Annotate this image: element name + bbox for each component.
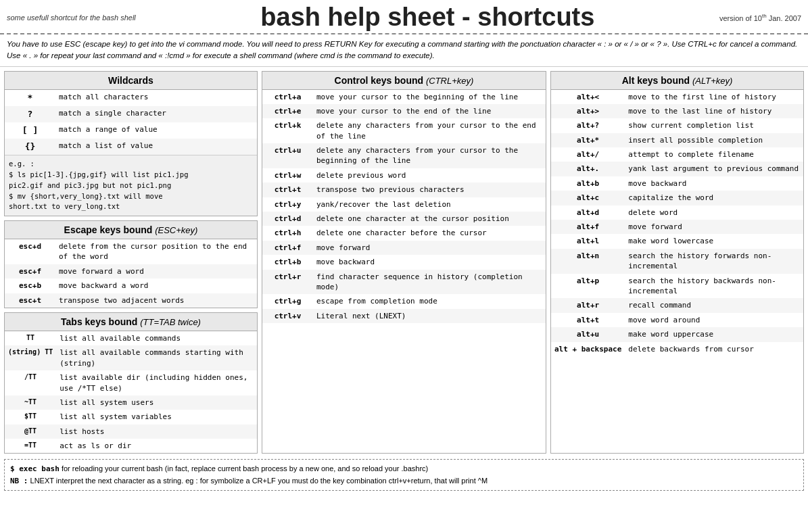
escape-keys-table: esc+ddelete from the cursor position to …: [5, 239, 257, 308]
escape-key: esc+d: [5, 239, 55, 264]
alt-keys-section: Alt keys bound (ALT+key) alt+<move to th…: [550, 71, 804, 454]
ctrl-desc: delete one character before the cursor: [313, 226, 546, 240]
alt-desc: move forward: [625, 220, 803, 234]
ctrl-key: ctrl+h: [262, 226, 313, 240]
alt-row: alt+tmove word around: [551, 313, 803, 327]
ctrl-desc: yank/recover the last deletion: [313, 197, 546, 212]
ctrl-row: ctrl+vLiteral next (LNEXT): [262, 309, 546, 323]
tabs-key: (string) TT: [5, 345, 56, 370]
alt-desc: delete backwards from cursor: [625, 342, 803, 356]
alt-desc: move to the last line of history: [625, 104, 803, 118]
tabs-desc: list all available commands starting wit…: [56, 345, 257, 370]
ctrl-keys-header: Control keys bound (CTRL+key): [262, 72, 546, 90]
alt-row: alt+bmove backward: [551, 176, 803, 191]
header-title: bash help sheet - shortcuts: [136, 3, 719, 32]
ctrl-desc: delete any characters from your cursor t…: [313, 118, 546, 143]
ctrl-desc: move your cursor to the beginning of the…: [313, 90, 546, 104]
alt-desc: delete word: [625, 205, 803, 220]
alt-desc: search the history forwards non-incremen…: [625, 249, 803, 274]
ctrl-desc: move forward: [313, 241, 546, 255]
escape-row: esc+ttranspose two adjacent words: [5, 293, 257, 308]
tabs-key: $TT: [5, 410, 56, 424]
ctrl-keys-table: ctrl+amove your cursor to the beginning …: [262, 90, 546, 324]
wildcards-header: Wildcards: [5, 72, 257, 90]
footer-line1: $ exec bash for reloading your current b…: [10, 463, 798, 475]
escape-keys-header: Escape keys bound (ESC+key): [5, 221, 257, 239]
alt-row: alt+nsearch the history forwards non-inc…: [551, 249, 803, 274]
ctrl-row: ctrl+amove your cursor to the beginning …: [262, 90, 546, 104]
alt-row: alt+>move to the last line of history: [551, 104, 803, 118]
ctrl-row: ctrl+hdelete one character before the cu…: [262, 226, 546, 240]
wildcard-desc: match a range of value: [55, 122, 257, 139]
tabs-row: $TTlist all system variables: [5, 410, 257, 424]
alt-key: alt+d: [551, 205, 625, 220]
alt-key: alt+c: [551, 191, 625, 205]
ctrl-row: ctrl+udelete any characters from your cu…: [262, 143, 546, 168]
wildcard-desc: match all characters: [55, 90, 257, 106]
wildcard-key: {}: [5, 139, 55, 155]
footer-line2: NB : LNEXT interpret the next character …: [10, 475, 798, 487]
wildcards-row: *match all characters: [5, 90, 257, 106]
tabs-keys-section: Tabs keys bound (TT=TAB twice) TTlist al…: [4, 312, 258, 454]
wildcard-desc: match a single character: [55, 106, 257, 122]
ctrl-row: ctrl+fmove forward: [262, 241, 546, 255]
ctrl-key: ctrl+e: [262, 104, 313, 118]
intro-text: You have to use ESC (escape key) to get …: [0, 34, 808, 67]
ctrl-key: ctrl+k: [262, 118, 313, 143]
alt-desc: move backward: [625, 176, 803, 191]
ctrl-row: ctrl+ddelete one character at the cursor…: [262, 212, 546, 226]
ctrl-key: ctrl+d: [262, 212, 313, 226]
ctrl-row: ctrl+rfind character sequence in history…: [262, 270, 546, 295]
ctrl-key: ctrl+y: [262, 197, 313, 212]
tabs-row: ~TTlist all system users: [5, 395, 257, 410]
footer-line2-rest: LNEXT interpret the next character as a …: [28, 477, 488, 485]
alt-row: alt+fmove forward: [551, 220, 803, 234]
alt-row: alt+umake word uppercase: [551, 327, 803, 341]
ctrl-keys-section: Control keys bound (CTRL+key) ctrl+amove…: [262, 71, 546, 454]
header: some usefull shortcut for the bash shell…: [0, 0, 808, 67]
alt-row: alt+/attempt to complete filename: [551, 147, 803, 162]
wildcards-row: ?match a single character: [5, 106, 257, 122]
alt-key: alt+*: [551, 133, 625, 147]
ctrl-key: ctrl+f: [262, 241, 313, 255]
tabs-desc: list all system variables: [56, 410, 257, 424]
ctrl-row: ctrl+gescape from completion mode: [262, 294, 546, 308]
ctrl-key: ctrl+u: [262, 143, 313, 168]
alt-key: alt+b: [551, 176, 625, 191]
alt-row: alt+?show current completion list: [551, 118, 803, 132]
alt-row: alt+ccapitalize the word: [551, 191, 803, 205]
wildcards-row: {}match a list of value: [5, 139, 257, 155]
ctrl-desc: delete previous word: [313, 168, 546, 183]
ctrl-desc: move backward: [313, 255, 546, 269]
escape-row: esc+fmove forward a word: [5, 264, 257, 279]
ctrl-desc: move your cursor to the end of the line: [313, 104, 546, 118]
alt-key: alt+l: [551, 234, 625, 248]
alt-key: alt + backspace: [551, 342, 625, 356]
ctrl-desc: Literal next (LNEXT): [313, 309, 546, 323]
alt-desc: make word lowercase: [625, 234, 803, 248]
alt-key: alt+u: [551, 327, 625, 341]
tabs-row: TTlist all available commands: [5, 331, 257, 345]
alt-desc: insert all possible completion: [625, 133, 803, 147]
ctrl-row: ctrl+wdelete previous word: [262, 168, 546, 183]
alt-desc: attempt to complete filename: [625, 147, 803, 162]
alt-key: alt+>: [551, 104, 625, 118]
alt-keys-table: alt+<move to the first line of historyal…: [551, 90, 803, 356]
alt-key: alt+t: [551, 313, 625, 327]
escape-keys-section: Escape keys bound (ESC+key) esc+ddelete …: [4, 220, 258, 308]
alt-key: alt+/: [551, 147, 625, 162]
tabs-row: /TTlist available dir (including hidden …: [5, 370, 257, 395]
wildcards-section: Wildcards *match all characters?match a …: [4, 71, 258, 217]
escape-row: esc+bmove backward a word: [5, 279, 257, 293]
wildcards-example: e.g. : $ ls pic[1-3].{jpg,gif} will list…: [5, 155, 257, 216]
column-left: Wildcards *match all characters?match a …: [4, 71, 258, 454]
ctrl-desc: transpose two previous characters: [313, 183, 546, 197]
ctrl-row: ctrl+ttranspose two previous characters: [262, 183, 546, 197]
ctrl-key: ctrl+r: [262, 270, 313, 295]
tabs-key: @TT: [5, 425, 56, 439]
ctrl-key: ctrl+a: [262, 90, 313, 104]
ctrl-desc: escape from completion mode: [313, 294, 546, 308]
tabs-desc: act as ls or dir: [56, 439, 257, 453]
alt-key: alt+n: [551, 249, 625, 274]
tabs-key: /TT: [5, 370, 56, 395]
